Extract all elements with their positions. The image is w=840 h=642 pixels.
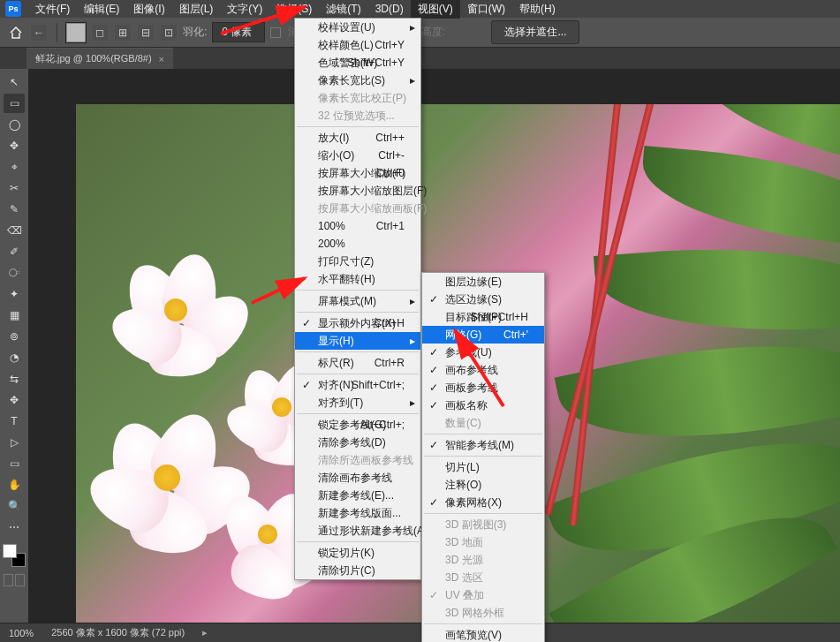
brush-tool[interactable]: ✐ (4, 242, 25, 261)
view-menu-item[interactable]: 校样颜色(L)Ctrl+Y (295, 36, 420, 54)
menu-item-label: 锁定切片(K) (318, 546, 375, 561)
show-menu-item[interactable]: ✓选区边缘(S) (422, 291, 544, 308)
view-menu-item[interactable]: ✓显示额外内容(X)Ctrl+H (295, 314, 420, 332)
view-menu-item[interactable]: 清除参考线(D) (295, 434, 420, 451)
show-menu-item[interactable]: ✓像素网格(X) (422, 494, 544, 511)
view-menu-item[interactable]: 水平翻转(H) (295, 270, 420, 288)
menu-image[interactable]: 图像(I) (126, 0, 171, 19)
foreground-color[interactable] (3, 544, 17, 558)
frame-tool[interactable]: ✂ (4, 178, 25, 198)
pen-tool[interactable]: ✥ (4, 390, 25, 410)
menu-select[interactable]: 选择(S) (269, 0, 319, 19)
show-menu-item[interactable]: ✓画板参考线 (422, 379, 544, 397)
menu-view[interactable]: 视图(V) (411, 0, 460, 19)
close-icon[interactable]: × (159, 54, 164, 64)
shape-tool[interactable]: ▭ (4, 454, 25, 473)
selection-add-icon[interactable]: ⊞ (114, 24, 132, 42)
gradient-tool[interactable]: ⊚ (4, 327, 25, 346)
select-and-mask-button[interactable]: 选择并遮住... (491, 20, 579, 44)
quick-select-tool[interactable]: ✥ (4, 136, 25, 155)
path-select-tool[interactable]: ▷ (4, 433, 25, 452)
eyedropper-tool[interactable]: ✎ (4, 200, 25, 219)
lasso-tool[interactable]: ◯ (4, 115, 25, 134)
view-menu-item[interactable]: 缩小(O)Ctrl+- (295, 147, 420, 164)
menu-item-label: 32 位预览选项... (318, 109, 395, 124)
antialias-checkbox (270, 27, 281, 38)
show-menu-item[interactable]: ✓智能参考线(M) (422, 436, 544, 454)
selection-intersect-icon[interactable]: ⊡ (160, 24, 178, 42)
move-tool[interactable]: ↖ (4, 72, 25, 92)
more-tools[interactable]: ⋯ (4, 517, 25, 537)
checkmark-icon: ✓ (429, 439, 438, 451)
marquee-tool[interactable]: ▭ (4, 94, 25, 113)
view-menu-item[interactable]: 打印尺寸(Z) (295, 253, 420, 270)
menu-item-label: 按屏幕大小缩放图层(F) (318, 184, 427, 199)
show-menu-item[interactable]: 画笔预览(V) (422, 626, 544, 642)
tool-preset[interactable] (66, 23, 86, 42)
status-chevron-icon[interactable]: ▸ (202, 627, 208, 638)
view-menu-item[interactable]: 新建参考线版面... (295, 504, 420, 522)
menu-item-label: UV 叠加 (445, 588, 484, 603)
menu-item-label: 对齐(N) (318, 378, 354, 393)
view-menu-item[interactable]: 200% (295, 235, 420, 253)
app-icon[interactable]: Ps (5, 1, 21, 17)
menu-file[interactable]: 文件(F) (28, 0, 77, 19)
show-menu-item[interactable]: 目标路径(P)Shift+Ctrl+H (422, 308, 544, 326)
view-menu-item[interactable]: 按屏幕大小缩放(F)Ctrl+0 (295, 164, 420, 182)
menu-item-label: 100% (318, 220, 345, 232)
show-menu-item[interactable]: 切片(L) (422, 458, 544, 476)
status-zoom[interactable]: 100% (9, 628, 34, 638)
menu-layer[interactable]: 图层(L) (172, 0, 221, 19)
type-tool[interactable]: T (4, 412, 25, 431)
view-menu-item[interactable]: 锁定参考线(G)Alt+Ctrl+; (295, 416, 420, 434)
show-menu-item[interactable]: 网格(G)Ctrl+' (422, 326, 544, 344)
menu-window[interactable]: 窗口(W) (460, 0, 512, 19)
view-menu-item[interactable]: ✓对齐(N)Shift+Ctrl+; (295, 376, 420, 394)
view-menu-item[interactable]: 锁定切片(K) (295, 544, 420, 562)
blur-tool[interactable]: ◔ (4, 348, 25, 367)
status-doc-info[interactable]: 2560 像素 x 1600 像素 (72 ppi) (51, 626, 185, 639)
eraser-tool[interactable]: ▦ (4, 306, 25, 325)
menu-3d[interactable]: 3D(D) (368, 1, 411, 17)
show-menu-item[interactable]: 注释(O) (422, 476, 544, 494)
show-menu-item[interactable]: ✓画板名称 (422, 397, 544, 414)
view-menu-item[interactable]: 校样设置(U)▸ (295, 19, 420, 36)
view-menu-item[interactable]: 像素长宽比(S)▸ (295, 72, 420, 89)
view-menu-item[interactable]: 屏幕模式(M)▸ (295, 292, 420, 310)
menu-help[interactable]: 帮助(H) (512, 0, 563, 19)
quick-mask-toggle[interactable] (4, 574, 25, 586)
menu-edit[interactable]: 编辑(E) (77, 0, 126, 19)
back-icon[interactable]: ← (30, 24, 48, 42)
feather-input[interactable]: 0 像素 (212, 22, 265, 42)
home-icon[interactable] (7, 24, 25, 42)
selection-new-icon[interactable]: ◻ (91, 24, 109, 42)
show-menu-item[interactable]: ✓参考线(U) (422, 344, 544, 361)
show-menu-item[interactable]: 图层边缘(E) (422, 273, 544, 291)
view-menu-item[interactable]: 清除画布参考线 (295, 469, 420, 487)
menu-filter[interactable]: 滤镜(T) (319, 0, 367, 19)
crop-tool[interactable]: ⌖ (4, 157, 25, 177)
healing-tool[interactable]: ⌫ (4, 221, 25, 240)
dodge-tool[interactable]: ⇆ (4, 369, 25, 389)
view-menu-item[interactable]: 清除切片(C) (295, 562, 420, 579)
checkmark-icon: ✓ (429, 293, 438, 306)
history-brush-tool[interactable]: ✦ (4, 284, 25, 304)
menu-type[interactable]: 文字(Y) (220, 0, 269, 19)
zoom-tool[interactable]: 🔍 (4, 496, 25, 516)
hand-tool[interactable]: ✋ (4, 475, 25, 495)
view-menu-item[interactable]: 通过形状新建参考线(A) (295, 522, 420, 540)
view-menu-item[interactable]: 放大(I)Ctrl++ (295, 129, 420, 147)
view-menu-item[interactable]: 新建参考线(E)... (295, 487, 420, 504)
view-menu-item[interactable]: 按屏幕大小缩放图层(F) (295, 182, 420, 200)
menu-item-label: 图层边缘(E) (445, 275, 502, 290)
selection-subtract-icon[interactable]: ⊟ (137, 24, 155, 42)
view-menu-item[interactable]: 100%Ctrl+1 (295, 217, 420, 235)
view-menu-item[interactable]: 对齐到(T)▸ (295, 394, 420, 412)
stamp-tool[interactable]: ⧃ (4, 263, 25, 283)
view-menu-item[interactable]: 显示(H)▸ (295, 332, 420, 350)
show-menu-item[interactable]: ✓画布参考线 (422, 361, 544, 379)
view-menu-item[interactable]: 色域警告(W)Shift+Ctrl+Y (295, 54, 420, 72)
document-tab[interactable]: 鲜花.jpg @ 100%(RGB/8#) × (26, 48, 173, 69)
view-menu-item[interactable]: 标尺(R)Ctrl+R (295, 354, 420, 372)
color-swatches[interactable] (3, 544, 26, 567)
